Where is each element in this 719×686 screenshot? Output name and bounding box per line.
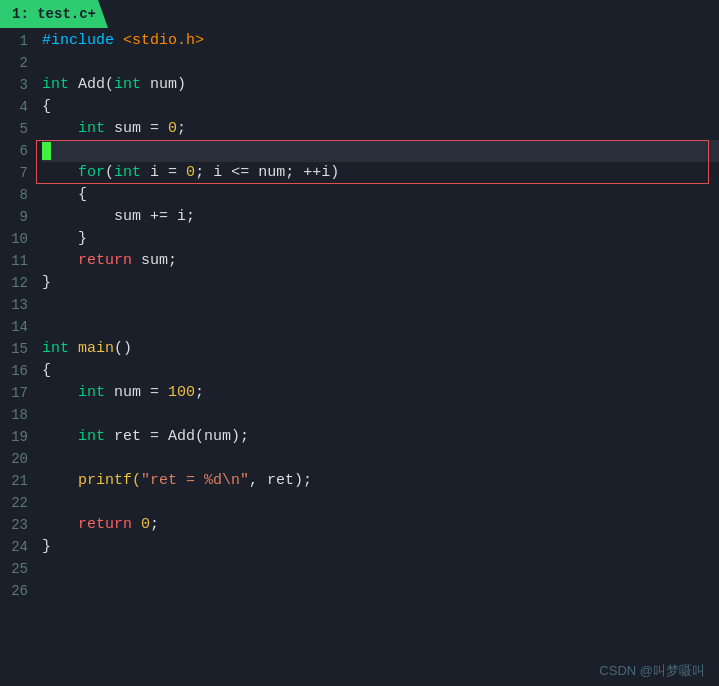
token: { — [42, 184, 87, 206]
code-line — [42, 316, 719, 338]
token: i — [141, 162, 168, 184]
token — [42, 426, 78, 448]
token: int — [42, 338, 69, 360]
line-number: 18 — [8, 404, 28, 426]
token: ret — [105, 426, 150, 448]
token: int — [78, 426, 105, 448]
token: printf( — [42, 470, 141, 492]
token: 100 — [168, 382, 195, 404]
code-area: 1234567891011121314151617181920212223242… — [0, 28, 719, 666]
token: ; — [177, 118, 186, 140]
code-line — [42, 448, 719, 470]
line-number: 17 — [8, 382, 28, 404]
line-number: 25 — [8, 558, 28, 580]
line-number: 15 — [8, 338, 28, 360]
code-line: int ret = Add(num); — [42, 426, 719, 448]
line-number: 2 — [8, 52, 28, 74]
token: Add(num); — [159, 426, 249, 448]
code-line — [42, 294, 719, 316]
code-lines: #include <stdio.h>int Add(int num){ int … — [38, 28, 719, 666]
token: , ret); — [249, 470, 312, 492]
token — [42, 382, 78, 404]
token: 0 — [168, 118, 177, 140]
token: () — [114, 338, 132, 360]
token: sum — [105, 118, 150, 140]
token — [132, 514, 141, 536]
code-line: { — [42, 360, 719, 382]
token — [177, 162, 186, 184]
token: = — [150, 382, 159, 404]
line-number: 26 — [8, 580, 28, 602]
token — [42, 162, 78, 184]
token: { — [42, 360, 51, 382]
token: return — [78, 250, 132, 272]
code-line — [42, 580, 719, 602]
line-number: 12 — [8, 272, 28, 294]
token: = — [150, 426, 159, 448]
token: "ret = %d\n" — [141, 470, 249, 492]
token — [42, 250, 78, 272]
code-line: int main() — [42, 338, 719, 360]
code-line: return sum; — [42, 250, 719, 272]
code-line — [42, 492, 719, 514]
token: int — [114, 74, 141, 96]
token: num — [105, 382, 150, 404]
token: = — [150, 118, 159, 140]
token — [159, 382, 168, 404]
line-number: 1 — [8, 30, 28, 52]
token: return — [78, 514, 132, 536]
line-number: 21 — [8, 470, 28, 492]
line-number: 7 — [8, 162, 28, 184]
line-number: 23 — [8, 514, 28, 536]
code-line: int Add(int num) — [42, 74, 719, 96]
code-line: int num = 100; — [42, 382, 719, 404]
token: = — [168, 162, 177, 184]
code-line: #include <stdio.h> — [42, 30, 719, 52]
token: num) — [141, 74, 186, 96]
text-cursor — [42, 142, 51, 160]
code-line: return 0; — [42, 514, 719, 536]
code-line: for(int i = 0; i <= num; ++i) — [42, 162, 719, 184]
token: sum += i; — [42, 206, 195, 228]
code-line: } — [42, 536, 719, 558]
line-number: 22 — [8, 492, 28, 514]
token: sum; — [132, 250, 177, 272]
token: int — [42, 74, 69, 96]
code-line — [42, 558, 719, 580]
line-number: 20 — [8, 448, 28, 470]
token: { — [42, 96, 51, 118]
token: #include — [42, 30, 123, 52]
code-line: sum += i; — [42, 206, 719, 228]
token: ( — [105, 162, 114, 184]
active-tab[interactable]: 1: test.c+ — [0, 0, 108, 28]
line-number: 5 — [8, 118, 28, 140]
token: } — [42, 228, 87, 250]
token: ; — [195, 382, 204, 404]
code-line: { — [42, 184, 719, 206]
line-number: 3 — [8, 74, 28, 96]
line-number: 13 — [8, 294, 28, 316]
token: int — [114, 162, 141, 184]
code-line: printf("ret = %d\n", ret); — [42, 470, 719, 492]
line-number: 10 — [8, 228, 28, 250]
token: 0 — [186, 162, 195, 184]
token: ; i <= num; ++i) — [195, 162, 339, 184]
bottom-bar: CSDN @叫梦嗫叫 — [0, 666, 719, 686]
token: Add( — [69, 74, 114, 96]
editor-container: 1: test.c+ 12345678910111213141516171819… — [0, 0, 719, 686]
code-line — [42, 52, 719, 74]
line-number: 24 — [8, 536, 28, 558]
line-number: 9 — [8, 206, 28, 228]
token: 0 — [141, 514, 150, 536]
code-line: { — [42, 96, 719, 118]
token: <stdio.h> — [123, 30, 204, 52]
tab-bar: 1: test.c+ — [0, 0, 719, 28]
code-line: } — [42, 272, 719, 294]
token: } — [42, 536, 51, 558]
token: for — [78, 162, 105, 184]
line-number: 8 — [8, 184, 28, 206]
token: ; — [150, 514, 159, 536]
token: } — [42, 272, 51, 294]
token — [42, 514, 78, 536]
code-line — [42, 140, 719, 162]
